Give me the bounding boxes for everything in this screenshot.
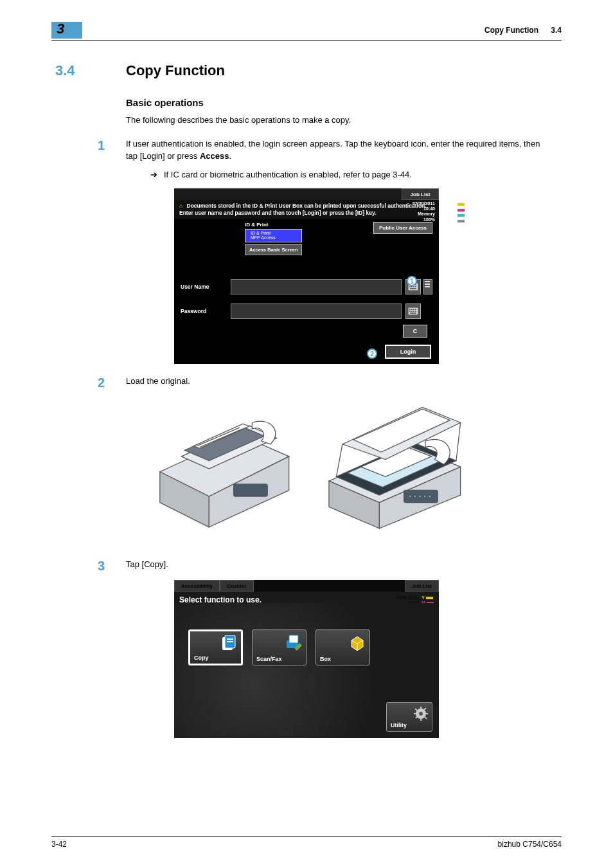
svg-rect-14 bbox=[409, 309, 411, 310]
user-name-input[interactable] bbox=[231, 279, 402, 294]
svg-rect-56 bbox=[420, 707, 422, 709]
accessibility-tab[interactable]: Accessibility bbox=[174, 580, 220, 592]
svg-rect-6 bbox=[411, 286, 413, 287]
arrow-icon: ➔ bbox=[150, 169, 157, 181]
svg-line-40 bbox=[336, 444, 342, 477]
login-button[interactable]: Login bbox=[385, 345, 431, 359]
svg-rect-17 bbox=[415, 309, 416, 310]
svg-rect-53 bbox=[289, 635, 298, 643]
svg-rect-9 bbox=[410, 288, 416, 289]
scan-fax-label: Scan/Fax bbox=[256, 656, 282, 662]
access-basic-screen-button[interactable]: Access Basic Screen bbox=[245, 244, 302, 255]
step-body: Tap [Copy]. bbox=[126, 559, 562, 574]
toner-indicators: Y M C K bbox=[456, 201, 459, 224]
id-print-header: ID & Print bbox=[245, 222, 302, 228]
login-instructions: ⌂ Documents stored in the ID & Print Use… bbox=[174, 200, 439, 219]
step-body: If user authentication is enabled, the l… bbox=[126, 138, 562, 163]
info-icon: ⌂ bbox=[179, 203, 182, 209]
step-body: Load the original. bbox=[126, 375, 562, 390]
step-number: 2 bbox=[98, 375, 126, 390]
scan-fax-function-button[interactable]: Scan/Fax bbox=[252, 629, 306, 665]
step1-sub-text: If IC card or biometric authentication i… bbox=[164, 169, 412, 181]
step-3: 3 Tap [Copy]. bbox=[51, 559, 562, 574]
copy-function-button[interactable]: Copy bbox=[188, 629, 243, 665]
svg-point-43 bbox=[409, 496, 411, 498]
public-user-access-button[interactable]: Public User Access bbox=[373, 222, 432, 234]
idprint-btn1-l2: MFP Access bbox=[251, 235, 296, 240]
svg-rect-58 bbox=[414, 713, 416, 714]
svg-rect-20 bbox=[413, 311, 414, 312]
svg-rect-50 bbox=[227, 638, 233, 640]
step1-sub: ➔ If IC card or biometric authentication… bbox=[150, 169, 562, 181]
box-label: Box bbox=[320, 656, 331, 662]
job-list-tab-2[interactable]: Job List bbox=[405, 580, 439, 592]
svg-rect-11 bbox=[425, 284, 430, 285]
svg-rect-51 bbox=[227, 641, 233, 642]
status-date-2: 10/28 /2011 bbox=[395, 595, 419, 601]
user-list-button[interactable] bbox=[423, 279, 432, 294]
idprint-btn1-l1: ID & Print/ bbox=[251, 231, 296, 236]
mfp-platen-figure bbox=[316, 398, 467, 539]
step-1: 1 If user authentication is enabled, the… bbox=[51, 138, 562, 163]
svg-rect-15 bbox=[411, 309, 413, 310]
step-number: 3 bbox=[98, 559, 126, 574]
section-title: Copy Function bbox=[126, 62, 225, 79]
page-header: 3 Copy Function 3.4 bbox=[51, 22, 562, 41]
status-date: 07/20/2011 bbox=[413, 201, 435, 206]
id-print-mfp-button[interactable]: ID & Print/ MFP Access bbox=[245, 229, 302, 242]
status-memory-val: 100% bbox=[413, 217, 435, 222]
clear-button[interactable]: C bbox=[403, 325, 427, 338]
header-title: Copy Function bbox=[484, 26, 538, 35]
svg-rect-16 bbox=[413, 309, 414, 310]
chapter-number: 3 bbox=[57, 21, 64, 37]
svg-rect-59 bbox=[425, 713, 428, 714]
status-memory-lbl: Memory bbox=[418, 212, 435, 216]
footer-model: bizhub C754/C654 bbox=[498, 840, 562, 849]
svg-point-55 bbox=[419, 712, 423, 716]
svg-rect-31 bbox=[234, 484, 268, 496]
step1-bold: Access bbox=[200, 151, 229, 161]
intro-paragraph: The following describes the basic operat… bbox=[126, 114, 555, 127]
svg-rect-7 bbox=[413, 286, 414, 287]
gear-icon bbox=[414, 707, 428, 721]
keyboard-icon-button-2[interactable] bbox=[405, 303, 421, 319]
section-heading: 3.4 Copy Function bbox=[51, 62, 562, 79]
header-section: 3.4 bbox=[551, 26, 562, 35]
section-number: 3.4 bbox=[55, 62, 126, 79]
svg-rect-5 bbox=[409, 286, 411, 287]
svg-rect-21 bbox=[415, 311, 416, 312]
id-print-group: ID & Print ID & Print/ MFP Access Access… bbox=[245, 222, 302, 255]
counter-tab[interactable]: Counter bbox=[220, 580, 254, 592]
function-select-screenshot: Accessibility Counter Job List Select fu… bbox=[174, 580, 439, 738]
password-label: Password bbox=[181, 308, 231, 314]
svg-point-45 bbox=[419, 496, 422, 498]
password-input[interactable] bbox=[231, 303, 402, 319]
svg-rect-22 bbox=[410, 312, 416, 314]
box-function-button[interactable]: Box bbox=[315, 629, 370, 665]
subsection-heading: Basic operations bbox=[126, 97, 555, 108]
job-list-tab[interactable]: Job List bbox=[402, 188, 439, 200]
svg-rect-10 bbox=[425, 281, 430, 282]
status-time: 10:40 bbox=[413, 206, 435, 212]
step1-text-b: . bbox=[229, 151, 231, 161]
login-instructions-text: Documents stored in the ID & Print User … bbox=[179, 203, 427, 216]
utility-label: Utility bbox=[391, 722, 407, 728]
callout-2: 2 bbox=[367, 348, 377, 359]
chapter-badge: 3 bbox=[51, 22, 82, 39]
copy-label: Copy bbox=[194, 655, 209, 661]
mfp-adf-figure bbox=[146, 398, 297, 539]
toner-y-2: Y bbox=[422, 595, 425, 601]
scan-fax-icon bbox=[285, 634, 302, 651]
user-name-label: User Name bbox=[181, 284, 231, 290]
svg-rect-12 bbox=[425, 286, 430, 287]
svg-point-46 bbox=[423, 496, 426, 498]
step-2: 2 Load the original. bbox=[51, 375, 562, 390]
status-block: 07/20/2011 10:40 Memory 100% bbox=[413, 201, 435, 222]
step1-text-a: If user authentication is enabled, the l… bbox=[126, 139, 540, 161]
utility-button[interactable]: Utility bbox=[386, 702, 432, 732]
step-number: 1 bbox=[98, 138, 126, 163]
box-icon bbox=[349, 634, 366, 651]
svg-point-44 bbox=[414, 496, 416, 498]
public-access-group: Public User Access bbox=[373, 222, 434, 255]
svg-line-41 bbox=[456, 423, 461, 461]
